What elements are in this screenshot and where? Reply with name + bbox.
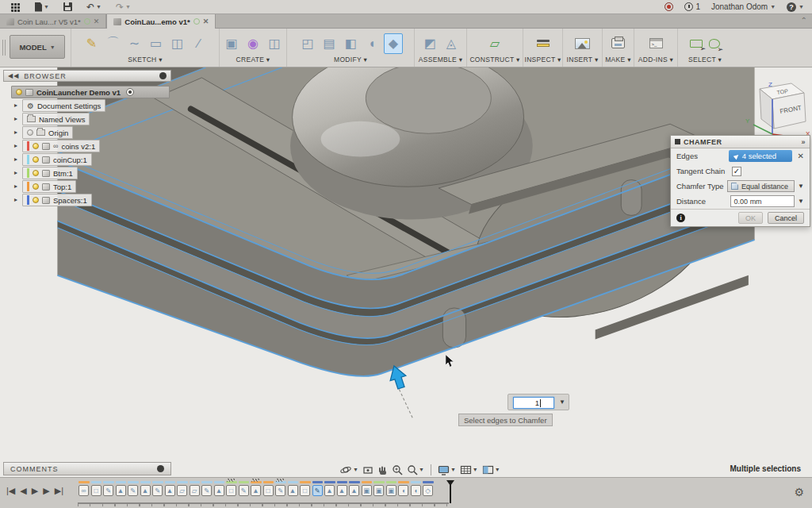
redo-button[interactable]: ↷▼ [116,2,131,13]
sketch-mirror-icon[interactable]: ◫ [168,33,187,54]
construction-plane-icon[interactable]: ▱ [485,33,504,54]
activate-component-icon[interactable] [126,88,134,96]
step-back-button[interactable]: ◀ [20,486,26,496]
timeline-feature-extrude[interactable]: ▲ [115,481,128,500]
browser-item-origin[interactable]: Origin [22,126,73,139]
timeline-feature-combine[interactable]: ▣ [373,481,385,500]
browser-item-top[interactable]: Top:1 [22,180,76,193]
browser-item-spacers[interactable]: Spacers:1 [22,194,92,206]
collapse-ribbon-chevron[interactable]: ⌃ [801,16,807,25]
apps-grid-icon[interactable] [11,2,21,12]
panel-options-icon[interactable] [157,465,164,472]
window-select-icon[interactable] [690,40,703,48]
display-settings-icon[interactable]: ▼ [437,464,457,476]
comments-bar[interactable]: COMMENTS [3,462,171,475]
browser-item-coins[interactable]: ∞ coins v2:1 [22,140,100,152]
press-pull-icon[interactable]: ◰ [298,33,317,54]
create-menu[interactable]: CREATE ▾ [220,56,286,64]
expand-arrow[interactable]: ▸ [14,183,22,190]
timeline-feature-extrude[interactable]: ▲ [164,481,177,500]
timeline-feature-body[interactable]: □ [90,481,103,500]
tab-coin-launcher-v5[interactable]: Coin Lau...r V5 v1* ✕ [0,14,106,29]
look-at-icon[interactable] [362,464,374,476]
timeline-feature-sketch[interactable]: ✎ [127,481,140,500]
timeline-feature-fillet[interactable]: ◖ [410,481,423,500]
timeline-feature-extrude[interactable]: ▲ [336,481,349,500]
browser-item-document-settings[interactable]: ⚙ Document Settings [22,99,105,112]
zoom-icon[interactable] [391,464,404,476]
chamfer-type-select[interactable]: Equal distance [727,180,795,192]
expand-arrow[interactable]: ▸ [14,142,22,149]
select-menu[interactable]: SELECT ▾ [678,56,732,64]
close-icon[interactable]: ✕ [203,17,209,25]
timeline-settings-gear-icon[interactable]: ⚙ [794,486,804,498]
file-menu-button[interactable]: ▼ [35,2,49,12]
timeline-feature-sketch[interactable]: ✎ [201,481,213,500]
fillet-icon[interactable]: ◖ [362,33,381,54]
lasso-select-icon[interactable] [709,39,720,48]
timeline-feature-sketch[interactable]: ✎ [312,481,324,500]
timeline-feature-body[interactable]: □ [225,481,238,500]
tangent-chain-checkbox[interactable]: ✓ [732,167,741,176]
timeline-feature-sketch[interactable]: ✎ [238,481,251,500]
panel-options-icon[interactable] [159,72,167,79]
pattern-icon[interactable]: ◫ [265,33,284,54]
dialog-dock-icon[interactable]: » [801,138,806,146]
timeline-feature-extrude[interactable]: ▲ [287,481,300,500]
visibility-bulb-icon[interactable] [33,156,39,163]
record-icon[interactable] [665,2,673,11]
sketch-fillet-icon[interactable]: ⌒ [104,33,123,54]
joint-icon[interactable]: ◬ [442,33,461,54]
timeline-feature-extrude[interactable]: ▲ [213,481,226,500]
cancel-button[interactable]: Cancel [768,212,804,224]
chevron-down-icon[interactable]: ▼ [798,183,804,190]
timeline-feature-extrude[interactable]: ▲ [140,481,152,500]
distance-spinner-icon[interactable]: ▼ [798,198,804,205]
visibility-bulb-icon[interactable] [27,129,33,136]
zoom-window-icon[interactable]: ▼ [406,464,425,476]
timeline-feature-extrude[interactable]: ▲ [324,481,336,500]
insert-image-icon[interactable] [575,38,590,49]
timeline-feature-sketch[interactable]: ✎ [151,481,164,500]
expand-arrow[interactable]: ▸ [14,169,22,176]
timeline-track[interactable] [78,502,449,506]
rectangle-icon[interactable]: ▭ [147,33,166,54]
3d-print-icon[interactable] [611,38,625,48]
combine-icon[interactable]: ◧ [341,33,360,54]
expand-arrow[interactable]: ▸ [14,196,22,203]
measure-icon[interactable] [536,39,550,48]
browser-item-root[interactable]: CoinLauncher Demo v1 [11,86,170,98]
timeline-playhead[interactable] [446,480,454,504]
timeline-feature-body[interactable]: □ [299,481,312,500]
visibility-bulb-icon[interactable] [33,143,39,149]
toolbar-grip[interactable] [2,40,6,56]
viewports-icon[interactable]: ▼ [481,464,501,476]
timeline-feature-extrude[interactable]: ▲ [250,481,262,500]
timeline-feature-plane[interactable]: ▱ [176,481,189,500]
browser-item-btm[interactable]: Btm:1 [22,167,78,179]
sketch-menu[interactable]: SKETCH ▾ [71,56,219,64]
workspace-switcher[interactable]: MODEL▼ [10,35,65,59]
chamfer-distance-field[interactable]: 1 [513,397,554,409]
make-menu[interactable]: MAKE ▾ [603,56,634,64]
timeline-feature-fillet[interactable]: ◖ [397,481,410,500]
clear-selection-icon[interactable]: ✕ [798,152,804,160]
collapse-panel-icon[interactable]: ◀◀ [8,72,19,79]
ok-button[interactable]: OK [738,212,763,224]
timeline-feature-sketch[interactable]: ✎ [274,481,287,500]
chevron-down-icon[interactable]: ▼ [559,398,565,406]
browser-item-named-views[interactable]: Named Views [22,113,90,125]
dialog-title-bar[interactable]: CHAMFER » [671,136,810,148]
expand-arrow[interactable]: ▸ [14,102,22,109]
new-body-icon[interactable]: ▣ [222,33,241,54]
expand-arrow[interactable]: ▸ [14,129,22,136]
browser-item-coincup[interactable]: coinCup:1 [22,153,92,166]
edges-selection-button[interactable]: 4 selected [729,150,792,162]
change-parameters-icon[interactable]: ▤ [320,33,339,54]
chamfer-icon[interactable]: ◆ [384,33,403,54]
save-button[interactable] [63,2,72,11]
modify-menu[interactable]: MODIFY ▾ [287,56,414,64]
construct-menu[interactable]: CONSTRUCT ▾ [467,56,523,64]
close-icon[interactable]: ✕ [94,17,100,25]
assemble-menu[interactable]: ASSEMBLE ▾ [415,56,466,64]
